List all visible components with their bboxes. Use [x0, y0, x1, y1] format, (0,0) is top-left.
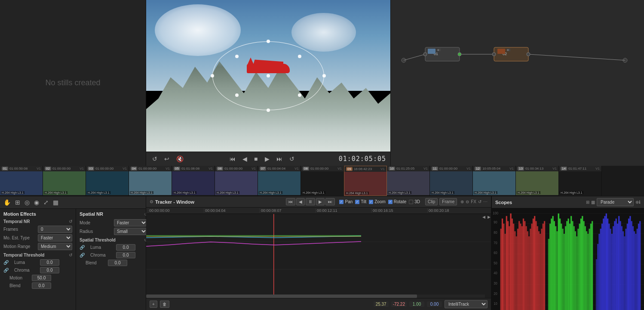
temporal-threshold-reset[interactable]: ↺ — [69, 253, 72, 257]
scopes-layout-btn[interactable]: ▦ — [591, 200, 595, 205]
tracker-go-start[interactable]: ⏮ — [286, 198, 295, 205]
temp-chroma-input[interactable] — [40, 267, 59, 273]
tracker-zoom-in[interactable]: ⊕ — [460, 199, 464, 204]
scopes-grid-btn[interactable]: ⊞ — [586, 200, 589, 205]
tracker-point-bl[interactable] — [235, 93, 239, 97]
scopes-settings-btn[interactable]: ℹ — [639, 200, 641, 205]
rotate-checkbox[interactable]: ✓ Rotate — [388, 199, 406, 204]
tracker-point-center[interactable] — [267, 74, 270, 78]
clip-item-09[interactable]: 0916:06:42:23V1H.264 High L3.1 — [344, 166, 387, 196]
hand-tool-btn[interactable]: ✋ — [3, 198, 12, 207]
prev-frame-btn[interactable]: ◀ — [241, 155, 249, 163]
scopes-type-dropdown[interactable]: Parade Waveform Vectorscope Histogram — [597, 198, 634, 206]
svg-text:02: 02 — [503, 52, 507, 56]
clip-btn[interactable]: Clip — [425, 198, 438, 205]
temp-luma-input[interactable] — [40, 259, 59, 266]
clip-item-01[interactable]: 0101:00:50:08V1H.264 High L3.1 — [0, 166, 43, 196]
tracker-point-top[interactable] — [267, 40, 270, 43]
3d-checkbox[interactable]: 3D — [409, 199, 420, 204]
svg-rect-59 — [520, 223, 521, 310]
clip-thumbnail-12: H.264 High L3.1 — [473, 171, 515, 195]
svg-rect-76 — [544, 221, 545, 310]
pan-checkbox[interactable]: ✓ Pan — [339, 199, 353, 204]
grid-tool-btn[interactable]: ⊞ — [14, 198, 21, 207]
frame-btn[interactable]: Frame — [439, 198, 457, 205]
clip-item-02[interactable]: 0201:00:00:00V1H.264 High L3.1 — [43, 166, 86, 196]
video-scene — [146, 0, 390, 152]
tracker-fx[interactable]: FX — [471, 199, 476, 204]
tracker-graph[interactable]: ◀ ▶ — [146, 214, 491, 298]
tracker-prev[interactable]: ◀ — [296, 198, 305, 205]
sp-chroma-input[interactable] — [116, 252, 135, 258]
tracker-zoom-out[interactable]: ⊖ — [466, 199, 469, 204]
temporal-nr-reset[interactable]: ↺ — [69, 219, 72, 224]
target-tool-btn[interactable]: ◉ — [33, 198, 40, 207]
zoom-checkbox[interactable]: ✓ Zoom — [369, 199, 386, 204]
svg-rect-140 — [639, 221, 641, 310]
tracker-mode-dropdown[interactable]: IntelliTrack Point Tracker — [445, 300, 488, 308]
sp-radius-select[interactable]: Small — [114, 228, 147, 235]
svg-rect-138 — [637, 229, 638, 310]
tracker-go-end[interactable]: ⏭ — [325, 198, 335, 205]
mo-est-type-select[interactable]: Faster — [38, 234, 72, 242]
clip-item-13[interactable]: 1301:00:34:13V1H.264 High L3.1 — [516, 166, 559, 196]
clip-item-14[interactable]: 1401:01:47:11V1H.264 High L3.1 — [559, 166, 602, 196]
tracker-point-br[interactable] — [298, 93, 301, 97]
tracker-point-tr[interactable] — [298, 55, 301, 58]
go-start-btn[interactable]: ⏮ — [228, 155, 237, 163]
tracker-refresh[interactable]: ↺ — [478, 199, 481, 204]
clip-item-04[interactable]: 0401:00:00:00V1H.264 High L3.1 — [129, 166, 172, 196]
scrollbar-thumb[interactable] — [146, 294, 417, 298]
tracker-point-right[interactable] — [322, 74, 326, 78]
motion-range-select[interactable]: Medium — [38, 243, 72, 250]
temp-motion-input[interactable] — [32, 275, 51, 281]
clip-item-10[interactable]: 1001:01:25:05V1H.264 High L3.1 — [387, 166, 430, 196]
svg-rect-125 — [618, 216, 619, 310]
svg-rect-137 — [635, 234, 636, 310]
tracker-del-btn[interactable]: 🗑 — [160, 301, 169, 308]
tracker-add-btn[interactable]: + — [150, 301, 157, 308]
svg-rect-55 — [514, 231, 515, 310]
sp-mode-select[interactable]: Faster — [114, 219, 147, 226]
svg-rect-110 — [597, 244, 598, 310]
clip-time-08: 01:00:00:00 — [310, 167, 328, 170]
tracker-point-left[interactable] — [211, 74, 214, 78]
tracker-settings-icon[interactable]: ⚙ — [150, 199, 153, 204]
mute-btn[interactable]: 🔇 — [175, 155, 185, 163]
clips-container: 0101:00:50:08V1H.264 High L3.10201:00:00… — [0, 166, 602, 196]
sp-radius-label: Radius — [80, 229, 114, 234]
clip-item-08[interactable]: 0801:00:00:00V1H.264 High L3.1 — [301, 166, 344, 196]
clip-item-12[interactable]: 1210:05:05:04V1H.264 High L3.1 — [473, 166, 516, 196]
sp-luma-input[interactable] — [116, 244, 135, 251]
svg-rect-65 — [528, 236, 530, 310]
clip-item-07[interactable]: 0701:00:04:04V1H.264 High L3.1 — [258, 166, 301, 196]
tracker-more[interactable]: ⋯ — [483, 199, 488, 204]
expand-tool-btn[interactable]: ⤢ — [43, 198, 49, 207]
clip-num-01: 01 — [2, 167, 8, 170]
tracker-pause[interactable]: ⏸ — [306, 198, 315, 205]
stills-panel: No stills created — [0, 0, 146, 166]
stop-btn[interactable]: ■ — [252, 155, 259, 163]
monitor-tool-btn[interactable]: ▦ — [52, 198, 59, 207]
tilt-checkbox[interactable]: ✓ Tilt — [355, 199, 366, 204]
sp-blend-input[interactable] — [108, 260, 127, 266]
clip-item-11[interactable]: 1101:00:00:00V1H.264 High L3.1 — [430, 166, 473, 196]
play-btn[interactable]: ▶ — [263, 155, 271, 163]
circle-tool-btn[interactable]: ◎ — [24, 198, 31, 207]
timeline-scrollbar[interactable] — [146, 294, 485, 298]
clip-time-05: 01:01:06:08 — [181, 167, 199, 170]
clip-item-03[interactable]: 0301:00:00:00V1H.264 High L3.1 — [86, 166, 129, 196]
undo-btn[interactable]: ↩ — [163, 155, 171, 163]
go-end-btn[interactable]: ⏭ — [275, 155, 284, 163]
temp-blend-row: Blend — [3, 282, 72, 289]
temp-blend-input[interactable] — [32, 282, 51, 289]
clip-item-06[interactable]: 0601:00:00:00V1H.264 High L3.1 — [215, 166, 258, 196]
rotate-tool-btn[interactable]: ↺ — [150, 155, 159, 163]
tracker-point-bottom[interactable] — [267, 108, 270, 112]
loop-btn[interactable]: ↺ — [288, 155, 296, 163]
clip-item-05[interactable]: 0501:01:06:08V1H.264 High L3.1 — [172, 166, 215, 196]
tracker-point-tl[interactable] — [235, 55, 239, 58]
scopes-expand-btn[interactable]: ⊕ — [635, 200, 639, 205]
tracker-play[interactable]: ▶ — [316, 198, 325, 205]
frames-select[interactable]: 0 — [38, 226, 72, 233]
